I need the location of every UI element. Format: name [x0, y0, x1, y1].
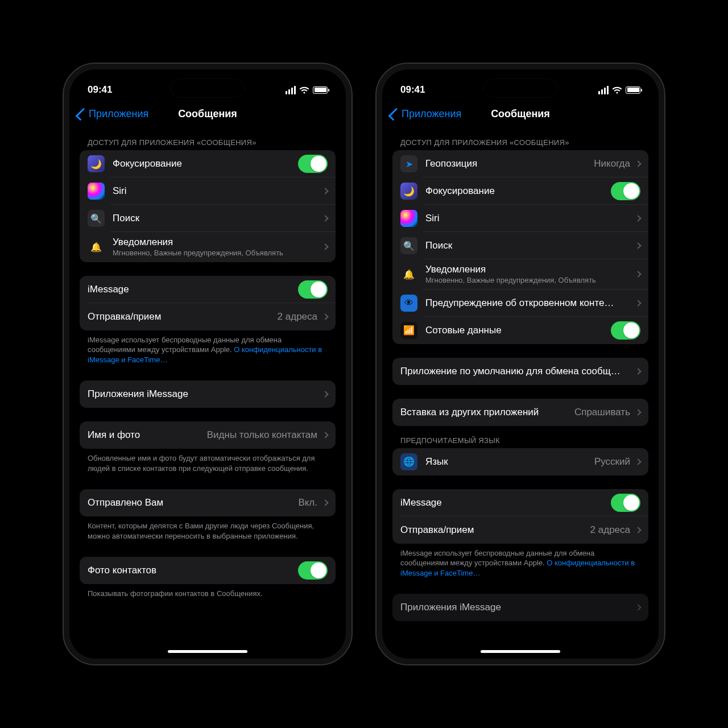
- name-photo-group: Имя и фото Видны только контактам: [80, 421, 336, 449]
- cellular-signal-icon: [286, 86, 296, 94]
- row-focus[interactable]: 🌙 Фокусирование: [392, 177, 648, 205]
- home-indicator[interactable]: [168, 650, 247, 653]
- cellular-signal-icon: [598, 86, 609, 94]
- chevron-right-icon: [322, 215, 328, 221]
- row-cellular[interactable]: 📶 Сотовые данные: [392, 317, 648, 344]
- search-icon: 🔍: [400, 237, 417, 254]
- toggle-focus[interactable]: [298, 155, 328, 173]
- status-time: 09:41: [400, 84, 425, 96]
- access-group: ➤ Геопозиция Никогда 🌙 Фокусирование Sir…: [392, 150, 648, 344]
- chevron-right-icon: [635, 242, 641, 249]
- back-label: Приложения: [89, 108, 148, 120]
- row-notifications[interactable]: 🔔 Уведомления Мгновенно, Важные предупре…: [392, 259, 648, 289]
- dynamic-island: [171, 78, 245, 98]
- globe-icon: 🌐: [400, 453, 417, 470]
- row-imessage-apps[interactable]: Приложения iMessage: [80, 380, 336, 408]
- chevron-left-icon: [76, 107, 89, 121]
- row-focus[interactable]: 🌙 Фокусирование: [80, 150, 336, 177]
- phone-left: 09:41 Приложения Сообщения ДОСТУП ДЛЯ ПР…: [63, 63, 353, 665]
- bell-icon: 🔔: [88, 238, 105, 255]
- siri-icon: [88, 183, 105, 200]
- shared-footer: Контент, которым делятся с Вами другие л…: [80, 516, 336, 543]
- toggle-cellular[interactable]: [611, 321, 640, 340]
- toggle-focus[interactable]: [611, 182, 640, 200]
- toggle-contact-photos[interactable]: [298, 561, 328, 580]
- section-header: ДОСТУП ДЛЯ ПРИЛОЖЕНИЯ «СООБЩЕНИЯ»: [80, 128, 336, 150]
- row-imessage[interactable]: iMessage: [392, 489, 648, 516]
- contact-photos-group: Фото контактов: [80, 557, 336, 584]
- row-shared-with-you[interactable]: Отправлено Вам Вкл.: [80, 489, 336, 516]
- chevron-right-icon: [635, 368, 641, 374]
- row-name-photo[interactable]: Имя и фото Видны только контактам: [80, 421, 336, 449]
- row-language[interactable]: 🌐 Язык Русский: [392, 448, 648, 475]
- row-search[interactable]: 🔍 Поиск: [80, 205, 336, 232]
- language-group: 🌐 Язык Русский: [392, 448, 648, 475]
- row-default-app[interactable]: Приложение по умолчанию для обмена сообщ…: [392, 358, 648, 385]
- row-send-receive[interactable]: Отправка/прием 2 адреса: [80, 303, 336, 330]
- shared-group: Отправлено Вам Вкл.: [80, 489, 336, 516]
- imessage-footer: iMessage использует беспроводные данные …: [392, 544, 648, 581]
- home-indicator[interactable]: [481, 650, 560, 653]
- name-photo-footer: Обновленные имя и фото будут автоматичес…: [80, 449, 336, 475]
- wifi-icon: [299, 86, 309, 94]
- chevron-right-icon: [322, 391, 328, 398]
- search-icon: 🔍: [88, 210, 105, 227]
- chevron-right-icon: [635, 271, 641, 278]
- default-app-group: Приложение по умолчанию для обмена сообщ…: [392, 358, 648, 385]
- bell-icon: 🔔: [400, 266, 417, 283]
- eye-icon: 👁: [400, 295, 417, 312]
- row-search[interactable]: 🔍 Поиск: [392, 232, 648, 259]
- chevron-right-icon: [635, 409, 641, 415]
- moon-icon: 🌙: [400, 183, 417, 200]
- imessage-group: iMessage Отправка/прием 2 адреса: [392, 489, 648, 544]
- imessage-footer: iMessage использует беспроводные данные …: [80, 330, 336, 367]
- imessage-apps-group: Приложения iMessage: [80, 380, 336, 408]
- row-imessage-apps[interactable]: Приложения iMessage: [392, 594, 648, 621]
- moon-icon: 🌙: [88, 155, 105, 172]
- toggle-imessage[interactable]: [298, 280, 328, 299]
- chevron-right-icon: [635, 215, 641, 221]
- row-imessage[interactable]: iMessage: [80, 276, 336, 303]
- toggle-imessage[interactable]: [611, 494, 640, 512]
- access-group: 🌙 Фокусирование Siri 🔍 Поиск 🔔: [80, 150, 336, 262]
- dynamic-island: [483, 78, 557, 98]
- paste-group: Вставка из других приложений Спрашивать: [392, 399, 648, 426]
- row-notifications[interactable]: 🔔 Уведомления Мгновенно, Важные предупре…: [80, 232, 336, 262]
- row-siri[interactable]: Siri: [392, 205, 648, 232]
- imessage-apps-group: Приложения iMessage: [392, 594, 648, 621]
- chevron-right-icon: [322, 313, 328, 320]
- chevron-left-icon: [388, 107, 402, 121]
- row-location[interactable]: ➤ Геопозиция Никогда: [392, 150, 648, 177]
- chevron-right-icon: [635, 605, 641, 611]
- battery-icon: [626, 86, 640, 94]
- nav-bar: Приложения Сообщения: [383, 102, 657, 128]
- chevron-right-icon: [635, 458, 641, 465]
- back-button[interactable]: Приложения: [78, 108, 148, 120]
- row-paste[interactable]: Вставка из других приложений Спрашивать: [392, 399, 648, 426]
- siri-icon: [400, 210, 417, 227]
- chevron-right-icon: [635, 160, 641, 167]
- back-button[interactable]: Приложения: [391, 108, 461, 120]
- chevron-right-icon: [322, 500, 328, 506]
- row-siri[interactable]: Siri: [80, 177, 336, 205]
- row-send-receive[interactable]: Отправка/прием 2 адреса: [392, 516, 648, 544]
- settings-scroll[interactable]: ДОСТУП ДЛЯ ПРИЛОЖЕНИЯ «СООБЩЕНИЯ» ➤ Геоп…: [383, 128, 657, 657]
- location-icon: ➤: [400, 155, 417, 172]
- chevron-right-icon: [322, 432, 328, 439]
- back-label: Приложения: [402, 108, 461, 120]
- section-header: ПРЕДПОЧИТАЕМЫЙ ЯЗЫК: [392, 426, 648, 448]
- settings-scroll[interactable]: ДОСТУП ДЛЯ ПРИЛОЖЕНИЯ «СООБЩЕНИЯ» 🌙 Фоку…: [71, 128, 345, 657]
- chevron-right-icon: [322, 188, 328, 194]
- section-header: ДОСТУП ДЛЯ ПРИЛОЖЕНИЯ «СООБЩЕНИЯ»: [392, 128, 648, 150]
- nav-bar: Приложения Сообщения: [71, 102, 345, 128]
- imessage-group: iMessage Отправка/прием 2 адреса: [80, 276, 336, 330]
- status-time: 09:41: [88, 84, 112, 96]
- chevron-right-icon: [322, 244, 328, 250]
- row-contact-photos[interactable]: Фото контактов: [80, 557, 336, 584]
- chevron-right-icon: [635, 300, 641, 306]
- chevron-right-icon: [635, 527, 641, 533]
- battery-icon: [313, 86, 328, 94]
- phone-right: 09:41 Приложения Сообщения ДОСТУП ДЛЯ ПР…: [375, 63, 665, 665]
- contact-photos-footer: Показывать фотографии контактов в Сообще…: [80, 584, 336, 601]
- row-sensitive-content[interactable]: 👁 Предупреждение об откровенном конте…: [392, 289, 648, 317]
